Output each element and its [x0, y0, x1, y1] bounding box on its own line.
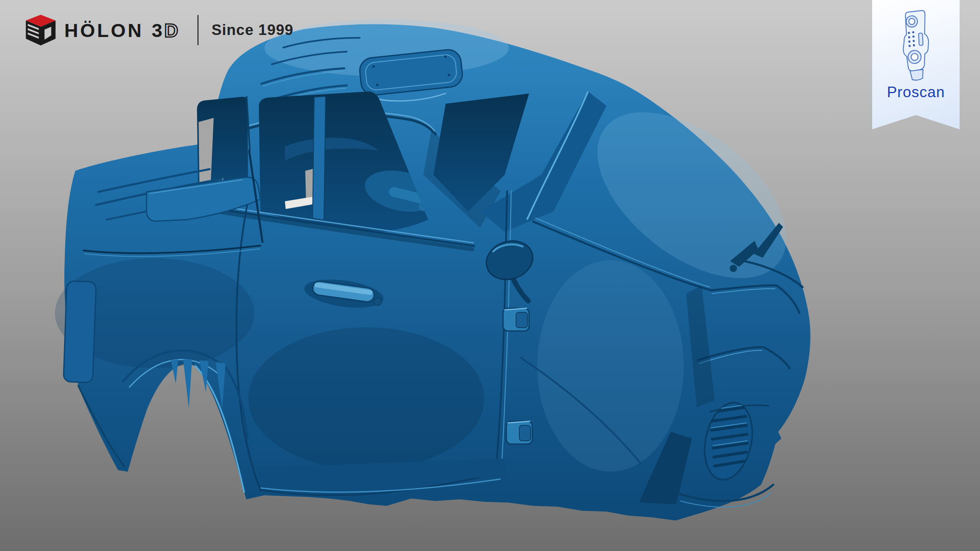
brand-tagline: Since 1999 — [212, 22, 293, 39]
scan-viewer-stage: HÖLON 3 D Since 1999 — [0, 0, 980, 551]
brand-name: HÖLON 3 D — [64, 21, 180, 40]
brand-logo: HÖLON 3 D Since 1999 — [24, 14, 293, 46]
vehicle-3d-scan-viewport[interactable] — [0, 0, 980, 551]
tail-panel — [63, 281, 96, 383]
door-hinge-upper — [503, 308, 529, 331]
handheld-3d-scanner-icon — [897, 7, 936, 83]
proscan-ribbon-badge: Proscan — [872, 0, 960, 129]
brand-word: HÖLON — [64, 21, 144, 40]
proscan-label: Proscan — [887, 84, 945, 101]
door-window-divider — [313, 96, 326, 220]
red-top-3d-cube-icon — [24, 14, 57, 46]
brand-3: 3 — [152, 21, 164, 40]
brand-d-outline: D — [164, 21, 180, 40]
door-hinge-lower — [506, 421, 532, 444]
vehicle-body-mesh — [55, 20, 816, 521]
logo-divider — [197, 15, 199, 45]
